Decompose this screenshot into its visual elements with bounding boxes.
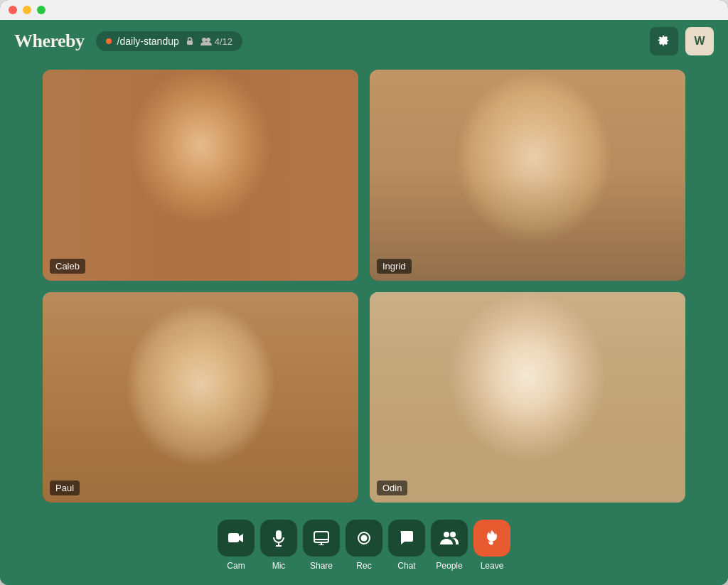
rec-label: Rec bbox=[356, 561, 371, 571]
header-right: W bbox=[650, 27, 714, 55]
participant-label-ingrid: Ingrid bbox=[377, 259, 412, 274]
chat-button[interactable]: Chat bbox=[388, 520, 425, 571]
chat-icon-bg bbox=[388, 520, 425, 557]
share-icon-bg bbox=[303, 520, 340, 557]
app-content: Whereby /daily-standup bbox=[0, 20, 728, 585]
participant-label-odin: Odin bbox=[377, 481, 407, 495]
lock-icon bbox=[185, 36, 195, 46]
svg-point-2 bbox=[206, 38, 210, 42]
video-feed-paul bbox=[43, 292, 358, 503]
cam-icon-bg bbox=[218, 520, 255, 557]
room-info: /daily-standup 4/ bbox=[96, 31, 242, 51]
leave-label: Leave bbox=[481, 561, 504, 571]
header-left: Whereby /daily-standup bbox=[14, 31, 242, 52]
chat-label: Chat bbox=[397, 561, 415, 571]
room-status-dot bbox=[106, 38, 112, 44]
svg-point-12 bbox=[361, 535, 368, 542]
share-label: Share bbox=[310, 561, 333, 571]
traffic-light-minimize[interactable] bbox=[23, 6, 31, 14]
header: Whereby /daily-standup bbox=[0, 20, 728, 63]
video-feed-caleb bbox=[43, 70, 358, 281]
traffic-light-close[interactable] bbox=[9, 6, 17, 14]
cam-button[interactable]: Cam bbox=[218, 520, 255, 571]
settings-button[interactable] bbox=[650, 27, 678, 55]
mic-button[interactable]: Mic bbox=[260, 520, 297, 571]
svg-point-14 bbox=[450, 532, 456, 537]
video-tile-paul: Paul bbox=[43, 292, 358, 503]
svg-rect-7 bbox=[314, 532, 328, 542]
leave-icon-bg bbox=[473, 520, 510, 557]
people-icon-bg bbox=[431, 520, 468, 557]
rec-button[interactable]: Rec bbox=[346, 520, 382, 571]
share-button[interactable]: Share bbox=[303, 520, 340, 571]
svg-rect-4 bbox=[276, 530, 282, 540]
participant-label-caleb: Caleb bbox=[50, 259, 85, 274]
video-feed-ingrid bbox=[370, 70, 685, 281]
app-logo: Whereby bbox=[14, 31, 85, 52]
video-tile-ingrid: Ingrid bbox=[370, 70, 685, 281]
people-label: People bbox=[436, 561, 462, 571]
participant-count: 4/12 bbox=[200, 36, 232, 47]
room-name: /daily-standup bbox=[117, 36, 179, 47]
svg-point-1 bbox=[202, 38, 206, 42]
leave-button[interactable]: Leave bbox=[473, 520, 510, 571]
svg-point-13 bbox=[444, 532, 449, 537]
video-tile-caleb: Caleb bbox=[43, 70, 358, 281]
traffic-light-fullscreen[interactable] bbox=[37, 6, 46, 14]
svg-rect-0 bbox=[187, 41, 193, 45]
mic-icon-bg bbox=[260, 520, 297, 557]
video-tile-odin: Odin bbox=[370, 292, 685, 503]
svg-rect-3 bbox=[228, 533, 239, 542]
rec-icon-bg bbox=[346, 520, 382, 557]
people-button[interactable]: People bbox=[431, 520, 468, 571]
participant-label-paul: Paul bbox=[50, 481, 80, 495]
cam-label: Cam bbox=[227, 561, 245, 571]
mic-label: Mic bbox=[272, 561, 286, 571]
video-grid: Caleb Ingrid Paul Odin bbox=[0, 63, 728, 514]
toolbar: Cam Mic bbox=[0, 514, 728, 585]
title-bar bbox=[0, 0, 728, 20]
app-window: Whereby /daily-standup bbox=[0, 0, 728, 585]
user-avatar-button[interactable]: W bbox=[685, 27, 714, 55]
video-feed-odin bbox=[370, 292, 685, 503]
